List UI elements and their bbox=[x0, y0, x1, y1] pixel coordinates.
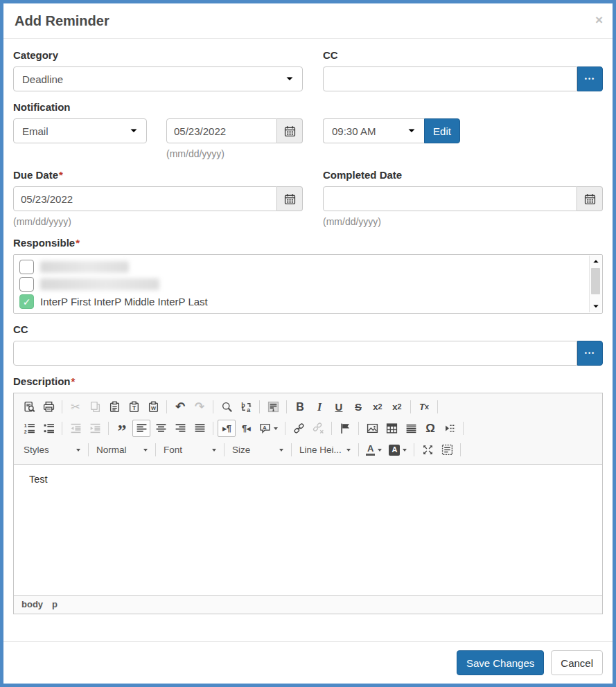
category-field: Category Deadline bbox=[13, 49, 303, 91]
numbered-list-button[interactable] bbox=[20, 420, 38, 437]
responsible-checkbox[interactable] bbox=[19, 277, 34, 292]
superscript-button[interactable]: x2 bbox=[388, 398, 406, 416]
edit-time-button[interactable]: Edit bbox=[424, 118, 460, 143]
bg-color-button[interactable]: A bbox=[386, 441, 410, 458]
strike-button[interactable]: S bbox=[349, 398, 367, 416]
chevron-down-icon bbox=[592, 304, 599, 309]
scroll-up-button[interactable] bbox=[590, 256, 601, 267]
subscript-icon: x2 bbox=[373, 402, 382, 411]
page-break-icon bbox=[444, 422, 456, 434]
image-button[interactable] bbox=[363, 420, 381, 437]
underline-button[interactable]: U bbox=[330, 398, 348, 416]
page-break-button[interactable] bbox=[441, 420, 459, 437]
toolbar-separator bbox=[62, 400, 62, 413]
cc-bottom-picker-button[interactable]: ••• bbox=[577, 341, 603, 366]
language-button[interactable] bbox=[256, 420, 281, 437]
table-button[interactable] bbox=[382, 420, 401, 437]
paste-button[interactable] bbox=[105, 398, 123, 416]
direction-ltr-button[interactable]: ▸¶ bbox=[218, 420, 236, 437]
replace-button[interactable] bbox=[237, 398, 255, 416]
notification-time-field: . 09:30 AM Edit bbox=[323, 101, 603, 159]
completed-date-input[interactable] bbox=[323, 186, 577, 211]
cancel-button[interactable]: Cancel bbox=[551, 650, 603, 675]
remove-format-button[interactable]: Tx bbox=[415, 398, 433, 416]
table-icon bbox=[386, 422, 398, 434]
text-color-button[interactable]: A bbox=[363, 441, 385, 458]
category-label: Category bbox=[13, 49, 303, 61]
align-center-button[interactable] bbox=[152, 420, 170, 437]
maximize-button[interactable] bbox=[419, 441, 437, 458]
blockquote-button[interactable]: ” bbox=[113, 420, 131, 437]
due-date-hint: (mm/dd/yyyy) bbox=[13, 216, 303, 227]
special-character-icon: Ω bbox=[425, 422, 435, 434]
subscript-button[interactable]: x2 bbox=[369, 398, 387, 416]
completed-date-calendar-button[interactable] bbox=[577, 186, 603, 211]
notification-date-input[interactable] bbox=[166, 118, 277, 143]
font-combo[interactable]: Font bbox=[160, 441, 220, 458]
italic-button[interactable]: I bbox=[310, 398, 328, 416]
paste-text-button[interactable] bbox=[125, 398, 143, 416]
paste-text-icon bbox=[128, 401, 140, 413]
align-justify-button[interactable] bbox=[191, 420, 209, 437]
show-blocks-button[interactable] bbox=[438, 441, 456, 458]
notification-method-select[interactable]: Email bbox=[13, 118, 147, 143]
cc-bottom-input[interactable] bbox=[13, 341, 577, 366]
bold-button[interactable]: B bbox=[291, 398, 309, 416]
align-left-button[interactable] bbox=[132, 420, 150, 437]
line-height-combo[interactable]: Line Hei... bbox=[296, 441, 354, 458]
cc-top-input[interactable] bbox=[323, 66, 577, 91]
numbered-list-icon bbox=[24, 422, 35, 434]
scrollbar-track[interactable] bbox=[590, 295, 601, 301]
strike-icon: S bbox=[355, 402, 362, 412]
chevron-down-icon bbox=[279, 449, 283, 452]
description-field: Description* ✂↶↷BIUSx2x2Tx ”▸¶¶◂Ω Styles… bbox=[13, 375, 603, 614]
align-right-button[interactable] bbox=[171, 420, 189, 437]
notification-calendar-button[interactable] bbox=[277, 118, 303, 143]
scroll-down-button[interactable] bbox=[590, 301, 601, 312]
preview-button[interactable] bbox=[20, 398, 38, 416]
paste-word-icon bbox=[148, 401, 159, 413]
due-date-calendar-button[interactable] bbox=[277, 186, 303, 211]
copy-button bbox=[86, 398, 104, 416]
select-all-button[interactable] bbox=[264, 398, 282, 416]
anchor-button[interactable] bbox=[336, 420, 354, 437]
cc-bottom-field: CC ••• bbox=[13, 323, 603, 366]
horizontal-rule-icon bbox=[405, 422, 417, 434]
styles-combo-label: Styles bbox=[24, 445, 49, 455]
link-button[interactable] bbox=[290, 420, 308, 437]
print-button[interactable] bbox=[39, 398, 58, 416]
scrollbar-thumb[interactable] bbox=[591, 268, 600, 294]
direction-rtl-button[interactable]: ¶◂ bbox=[237, 420, 255, 437]
toolbar-separator bbox=[358, 443, 359, 456]
redo-button: ↷ bbox=[191, 398, 209, 416]
responsible-checkbox[interactable]: ✓ bbox=[19, 294, 34, 309]
notification-field: Notification Email (mm/dd/yyyy) bbox=[13, 101, 303, 159]
special-character-button[interactable]: Ω bbox=[421, 420, 439, 437]
category-select[interactable]: Deadline bbox=[13, 66, 303, 91]
notification-time-select[interactable]: 09:30 AM bbox=[323, 118, 424, 143]
calendar-icon bbox=[584, 193, 596, 205]
path-p[interactable]: p bbox=[52, 599, 58, 609]
close-icon[interactable]: × bbox=[595, 13, 603, 26]
save-changes-button[interactable]: Save Changes bbox=[457, 650, 544, 675]
undo-button[interactable]: ↶ bbox=[171, 398, 189, 416]
notification-time-value: 09:30 AM bbox=[332, 125, 376, 137]
print-icon bbox=[43, 401, 55, 413]
due-date-input[interactable] bbox=[13, 186, 277, 211]
ellipsis-icon: ••• bbox=[585, 350, 595, 357]
show-blocks-icon bbox=[441, 444, 453, 456]
responsible-scrollbar[interactable] bbox=[589, 256, 601, 312]
format-combo[interactable]: Normal bbox=[93, 441, 151, 458]
align-left-icon bbox=[136, 422, 148, 434]
paste-word-button[interactable] bbox=[144, 398, 162, 416]
unlink-button bbox=[309, 420, 327, 437]
path-body[interactable]: body bbox=[21, 599, 43, 609]
rich-text-area[interactable]: Test bbox=[14, 465, 602, 595]
cc-top-picker-button[interactable]: ••• bbox=[577, 66, 603, 91]
responsible-checkbox[interactable] bbox=[19, 260, 34, 274]
find-button[interactable] bbox=[218, 398, 236, 416]
styles-combo[interactable]: Styles bbox=[20, 441, 84, 458]
size-combo[interactable]: Size bbox=[229, 441, 287, 458]
bulleted-list-button[interactable] bbox=[39, 420, 58, 437]
horizontal-rule-button[interactable] bbox=[402, 420, 420, 437]
